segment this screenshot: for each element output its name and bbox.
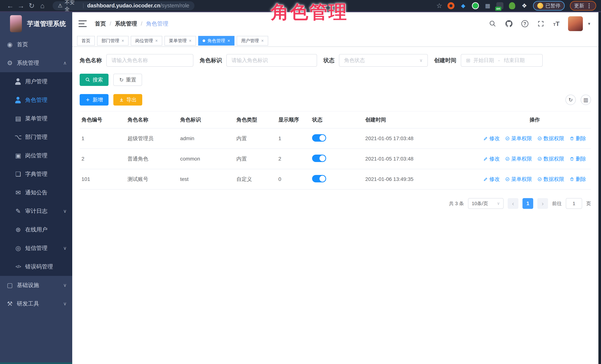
tab-menus[interactable]: 菜单管理 × <box>164 36 196 46</box>
tab-users[interactable]: 用户管理 × <box>237 36 268 46</box>
tab-posts[interactable]: 岗位管理 × <box>131 36 162 46</box>
github-icon[interactable] <box>505 20 513 28</box>
sidebar-item-label: 部门管理 <box>25 133 47 141</box>
role-name-field[interactable] <box>111 57 188 63</box>
sidebar-item-roles[interactable]: 角色管理 <box>0 91 72 109</box>
tab-departments[interactable]: 部门管理 × <box>97 36 129 46</box>
sidebar-item-online-users[interactable]: ⊛ 在线用户 <box>0 220 72 239</box>
data-permission-action[interactable]: 数据权限 <box>538 155 564 162</box>
browser-home-icon[interactable]: ⌂ <box>37 0 48 11</box>
browser-update-pill[interactable]: 更新 ⋮ <box>570 1 596 10</box>
breadcrumb-system[interactable]: 系统管理 <box>115 20 137 28</box>
sidebar-item-dict[interactable]: ❏ 字典管理 <box>0 165 72 183</box>
status-toggle[interactable] <box>312 134 326 142</box>
edit-action[interactable]: 修改 <box>483 176 500 183</box>
next-page-button[interactable]: › <box>537 198 548 209</box>
tab-close-icon[interactable]: × <box>155 38 158 43</box>
tab-close-icon[interactable]: × <box>227 38 230 43</box>
refresh-table-icon[interactable]: ↻ <box>565 95 576 105</box>
sidebar-item-label: 首页 <box>17 41 28 48</box>
user-avatar[interactable] <box>568 16 583 31</box>
tab-roles[interactable]: 角色管理 × <box>198 36 234 46</box>
tab-close-icon[interactable]: × <box>261 38 264 43</box>
search-button-label: 搜索 <box>93 76 103 83</box>
tab-home[interactable]: 首页 <box>77 36 95 46</box>
page-scrollbar[interactable] <box>598 12 601 364</box>
sidebar-item-dev-tools[interactable]: ⚒ 研发工具 ∨ <box>0 294 72 313</box>
tab-close-icon[interactable]: × <box>121 38 124 43</box>
breadcrumb-home[interactable]: 首页 <box>95 20 106 28</box>
role-key-input[interactable] <box>226 54 317 67</box>
font-size-icon[interactable]: TT <box>553 20 560 27</box>
help-icon[interactable]: ? <box>521 20 528 27</box>
browser-back-icon[interactable]: ← <box>5 0 16 11</box>
extension-gem-icon[interactable]: ◆ <box>460 2 467 9</box>
menu-permission-action[interactable]: 菜单权限 <box>505 155 532 162</box>
extension-grid-icon[interactable]: ▦ <box>484 2 491 9</box>
sidebar-item-notice[interactable]: ✉ 通知公告 <box>0 183 72 202</box>
reset-button[interactable]: ↻ 重置 <box>113 74 142 86</box>
add-button[interactable]: 新增 <box>80 94 109 106</box>
date-range-picker[interactable]: ⊞ 开始日期 - 结束日期 <box>461 54 543 67</box>
extension-dark-icon[interactable]: on <box>496 2 503 9</box>
data-permission-action[interactable]: 数据权限 <box>538 176 564 183</box>
role-key-field[interactable] <box>231 57 312 63</box>
menu-permission-action[interactable]: 菜单权限 <box>505 135 532 142</box>
cell-sort: 0 <box>277 169 310 189</box>
status-toggle[interactable] <box>312 155 326 162</box>
sidebar-item-infrastructure[interactable]: ▢ 基础设施 ∨ <box>0 276 72 294</box>
tab-close-icon[interactable]: × <box>189 38 191 43</box>
column-settings-icon[interactable]: ▥ <box>581 95 591 105</box>
sidebar-item-audit-log[interactable]: ✎ 审计日志 ∨ <box>0 202 72 220</box>
current-page-button[interactable]: 1 <box>522 198 533 209</box>
search-button[interactable]: 搜索 <box>80 74 109 86</box>
browser-reload-icon[interactable]: ↻ <box>26 0 37 11</box>
reset-icon: ↻ <box>119 77 123 83</box>
sidebar-item-menus[interactable]: ▤ 菜单管理 <box>0 109 72 128</box>
delete-action[interactable]: 删除 <box>570 176 586 183</box>
sidebar-item-label: 岗位管理 <box>25 152 47 159</box>
sidebar-item-error-codes[interactable]: </> 错误码管理 <box>0 257 72 276</box>
avatar-caret-icon[interactable]: ▾ <box>588 21 590 26</box>
fullscreen-icon[interactable] <box>537 20 545 28</box>
data-permission-action[interactable]: 数据权限 <box>538 135 564 142</box>
search-icon[interactable] <box>489 20 497 28</box>
prev-page-button[interactable]: ‹ <box>508 198 518 209</box>
goto-page-input[interactable] <box>566 198 582 209</box>
edit-action[interactable]: 修改 <box>483 155 500 162</box>
edit-action[interactable]: 修改 <box>483 135 500 142</box>
tab-label: 菜单管理 <box>169 38 187 44</box>
sidebar-item-home[interactable]: ◉ 首页 <box>0 35 72 54</box>
status-select[interactable]: 角色状态 ∨ <box>339 54 428 67</box>
edit-action-label: 修改 <box>489 135 500 142</box>
export-button[interactable]: 导出 <box>113 94 142 106</box>
extension-orange-icon[interactable] <box>448 2 454 9</box>
end-date-placeholder[interactable]: 结束日期 <box>504 57 525 64</box>
address-bar[interactable]: ⚠ 不安全 dashboard.yudao.iocoder.cn /system… <box>53 1 194 10</box>
menu-permission-action[interactable]: 菜单权限 <box>505 176 532 183</box>
cell-role-key: test <box>178 169 235 189</box>
status-toggle[interactable] <box>312 175 326 182</box>
browser-forward-icon[interactable]: → <box>16 0 26 11</box>
sidebar-item-system[interactable]: ⚙ 系统管理 ∧ <box>0 54 72 72</box>
security-warning-icon[interactable]: ⚠ <box>58 3 62 9</box>
sidebar-item-posts[interactable]: ▣ 岗位管理 <box>0 146 72 165</box>
roles-table: 角色编号 角色名称 角色标识 角色类型 显示顺序 状态 创建时间 操作 1 超级… <box>80 111 591 190</box>
delete-action[interactable]: 删除 <box>570 135 586 142</box>
sidebar-item-departments[interactable]: ⌥ 部门管理 <box>0 128 72 146</box>
profile-paused-pill[interactable]: 已暂停 <box>533 1 565 10</box>
sidebar-toggle-icon[interactable] <box>79 20 87 27</box>
app-logo[interactable]: 芋道管理系统 <box>0 12 72 35</box>
sidebar-item-sms[interactable]: ◎ 短信管理 ∨ <box>0 239 72 257</box>
page-size-select[interactable]: 10条/页 ∨ <box>468 198 504 209</box>
extension-figure-icon[interactable] <box>509 2 516 9</box>
delete-action[interactable]: 删除 <box>570 155 586 162</box>
goto-page-field[interactable] <box>566 198 582 208</box>
start-date-placeholder[interactable]: 开始日期 <box>473 57 494 64</box>
bookmark-star-icon[interactable]: ☆ <box>436 2 442 10</box>
extension-green-icon[interactable] <box>472 2 479 9</box>
extensions-puzzle-icon[interactable]: ❖ <box>521 2 528 9</box>
browser-menu-icon[interactable]: ⋮ <box>586 2 592 9</box>
sidebar-item-users[interactable]: 用户管理 <box>0 72 72 91</box>
role-name-input[interactable] <box>106 54 193 67</box>
